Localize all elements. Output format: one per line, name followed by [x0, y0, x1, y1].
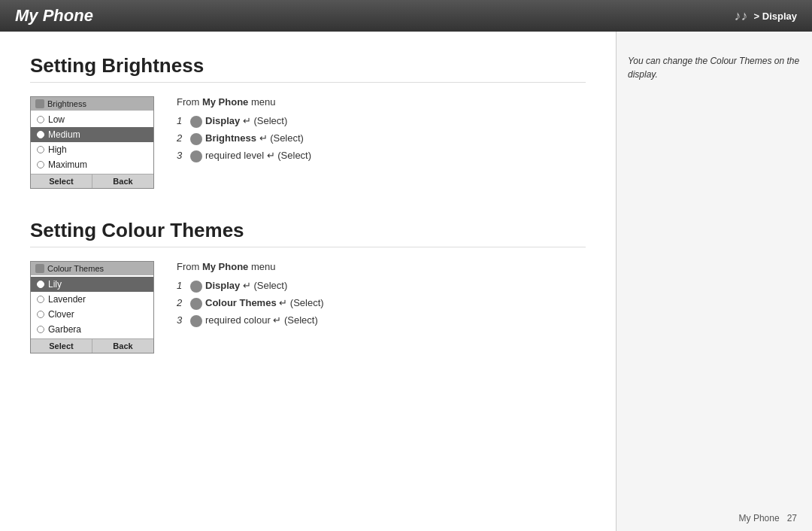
brightness-item-low[interactable]: Low	[31, 112, 153, 127]
colour-step3-icon	[190, 315, 202, 327]
page-footer: My Phone 27	[739, 513, 797, 523]
breadcrumb: ♪♪ > Display	[735, 8, 812, 24]
colour-step2-text: Colour Themes ↵ (Select)	[205, 297, 324, 308]
colour-item-garbera[interactable]: Garbera	[31, 322, 153, 337]
colour-radio-clover	[37, 311, 44, 318]
brightness-step2-text: Brightness ↵ (Select)	[205, 132, 304, 144]
brightness-select-btn[interactable]: Select	[31, 174, 92, 188]
footer-page-num: 27	[787, 513, 797, 523]
brightness-radio-low	[37, 116, 44, 123]
brightness-instructions: From My Phone menu 1 Display ↵ (Select) …	[177, 96, 586, 167]
colour-step2-num: 2	[177, 297, 187, 308]
brightness-radio-maximum	[37, 161, 44, 168]
colour-radio-garbera	[37, 326, 44, 333]
colour-radio-lily	[37, 281, 44, 288]
colour-step-1: 1 Display ↵ (Select)	[177, 280, 586, 293]
app-title: My Phone	[0, 6, 93, 26]
main-container: Setting Brightness Brightness Low	[0, 32, 812, 531]
colour-back-btn[interactable]: Back	[92, 339, 153, 353]
brightness-item-maximum-label: Maximum	[48, 159, 87, 170]
colour-step2-icon	[190, 298, 202, 310]
colour-phone-screen: Colour Themes Lily Lavender	[30, 261, 154, 353]
brightness-step-1: 1 Display ↵ (Select)	[177, 115, 586, 128]
brightness-screen-header-label: Brightness	[47, 99, 86, 108]
colour-screen-icon	[35, 264, 44, 273]
brightness-screen-header: Brightness	[31, 97, 153, 111]
brightness-radio-high	[37, 146, 44, 153]
colour-item-lavender-label: Lavender	[48, 294, 86, 305]
brightness-back-btn[interactable]: Back	[92, 174, 153, 188]
footer-text: My Phone	[739, 513, 780, 523]
brightness-section-title: Setting Brightness	[30, 54, 586, 83]
brightness-step-2: 2 Brightness ↵ (Select)	[177, 132, 586, 145]
colour-step1-text: Display ↵ (Select)	[205, 280, 287, 291]
brightness-screen-footer: Select Back	[31, 174, 153, 188]
music-notes-icon: ♪♪	[735, 8, 748, 24]
brightness-item-low-label: Low	[48, 114, 65, 125]
brightness-step-3: 3 required level ↵ (Select)	[177, 150, 586, 162]
brightness-from-line: From My Phone menu	[177, 96, 586, 108]
brightness-step1-text: Display ↵ (Select)	[205, 115, 287, 126]
brightness-item-maximum[interactable]: Maximum	[31, 157, 153, 172]
colour-radio-lavender	[37, 296, 44, 303]
colour-from-line: From My Phone menu	[177, 261, 586, 272]
colour-instructions: From My Phone menu 1 Display ↵ (Select) …	[177, 261, 586, 332]
colour-step-3: 3 required colour ↵ (Select)	[177, 314, 586, 327]
brightness-item-medium[interactable]: Medium	[31, 127, 153, 142]
colour-item-clover-label: Clover	[48, 309, 74, 320]
colour-screen-list: Lily Lavender Clover Garbera	[31, 275, 153, 338]
brightness-step1-icon	[190, 116, 202, 128]
colour-item-lavender[interactable]: Lavender	[31, 292, 153, 307]
brightness-step3-text: required level ↵ (Select)	[205, 150, 311, 161]
brightness-section: Setting Brightness Brightness Low	[30, 54, 586, 189]
brightness-from-bold: My Phone	[202, 96, 248, 108]
brightness-item-high-label: High	[48, 144, 67, 155]
brightness-radio-medium	[37, 131, 44, 138]
colour-item-lily-label: Lily	[48, 279, 62, 290]
brightness-item-medium-label: Medium	[48, 129, 80, 140]
colour-item-garbera-label: Garbera	[48, 324, 81, 335]
brightness-step2-icon	[190, 133, 202, 145]
page-header: My Phone ♪♪ > Display	[0, 0, 812, 32]
brightness-step3-icon	[190, 150, 202, 162]
colour-screen-footer: Select Back	[31, 338, 153, 353]
colour-step1-icon	[190, 281, 202, 293]
brightness-section-body: Brightness Low Medium High	[30, 96, 586, 189]
colour-item-clover[interactable]: Clover	[31, 307, 153, 322]
colour-from-bold: My Phone	[202, 261, 248, 272]
colour-step1-num: 1	[177, 280, 187, 291]
colour-step-2: 2 Colour Themes ↵ (Select)	[177, 297, 586, 310]
brightness-item-high[interactable]: High	[31, 142, 153, 157]
colour-screen-header: Colour Themes	[31, 262, 153, 275]
sidebar: You can change the Colour Themes on the …	[617, 32, 812, 531]
colour-screen-header-label: Colour Themes	[47, 264, 104, 273]
colour-step3-text: required colour ↵ (Select)	[205, 314, 318, 326]
breadcrumb-text: > Display	[754, 11, 797, 22]
colour-item-lily[interactable]: Lily	[31, 277, 153, 292]
colour-section-title: Setting Colour Themes	[30, 219, 586, 247]
sidebar-note: You can change the Colour Themes on the …	[628, 54, 801, 81]
brightness-phone-screen: Brightness Low Medium High	[30, 96, 154, 189]
brightness-step1-num: 1	[177, 115, 187, 126]
brightness-step3-num: 3	[177, 150, 187, 161]
colour-select-btn[interactable]: Select	[31, 339, 92, 353]
brightness-screen-icon	[35, 99, 44, 108]
brightness-step2-num: 2	[177, 132, 187, 144]
brightness-screen-list: Low Medium High Maximum	[31, 111, 153, 174]
colour-step3-num: 3	[177, 314, 187, 326]
content-area: Setting Brightness Brightness Low	[0, 32, 617, 531]
colour-section-body: Colour Themes Lily Lavender	[30, 261, 586, 353]
colour-section: Setting Colour Themes Colour Themes Lily	[30, 219, 586, 353]
